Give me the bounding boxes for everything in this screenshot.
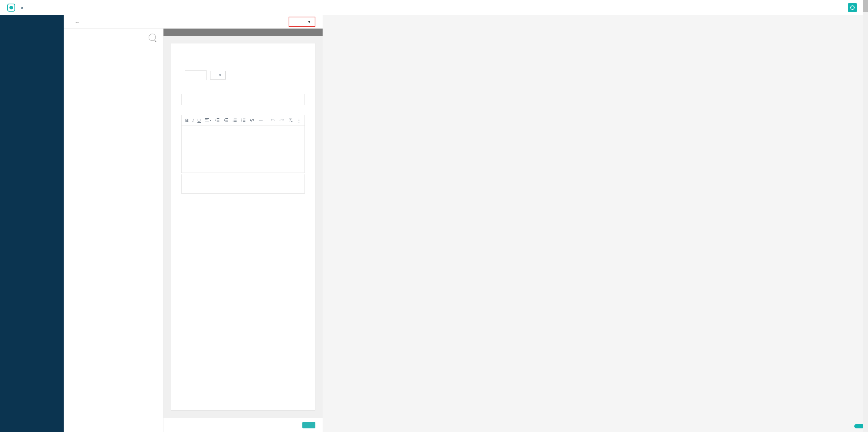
back-arrow-icon[interactable]: ← xyxy=(75,19,80,25)
divider xyxy=(181,87,305,87)
underline-icon[interactable]: U xyxy=(197,118,201,123)
bold-icon[interactable]: B xyxy=(185,118,188,123)
svg-point-0 xyxy=(233,119,234,119)
indent-decrease-icon[interactable] xyxy=(215,118,220,123)
redo-icon[interactable] xyxy=(279,118,284,123)
collapse-sidebar-icon[interactable]: ‹‹ xyxy=(21,4,22,10)
bullet-list-icon[interactable] xyxy=(232,118,237,123)
hr-icon[interactable] xyxy=(258,118,263,123)
topbar: ‹‹ xyxy=(0,0,868,15)
user-menu[interactable] xyxy=(848,3,861,12)
numbered-list-icon[interactable]: 123 xyxy=(241,118,246,123)
title-input[interactable] xyxy=(181,94,305,105)
undo-icon[interactable] xyxy=(271,118,276,123)
clear-format-icon[interactable] xyxy=(288,118,293,123)
align-icon[interactable]: ▾ xyxy=(204,118,211,123)
notification-list-panel xyxy=(64,29,163,432)
scrollbar-thumb[interactable] xyxy=(863,0,868,12)
browser-scrollbar[interactable] xyxy=(863,0,868,432)
org-selector[interactable]: ▼ xyxy=(289,17,315,27)
notification-detail-panel: ▼ B I U ▾ xyxy=(163,29,323,432)
indent-increase-icon[interactable] xyxy=(224,118,229,123)
italic-icon[interactable]: I xyxy=(192,117,193,123)
user-avatar-icon xyxy=(848,3,857,12)
more-icon[interactable]: ⋮ xyxy=(297,118,301,123)
chevron-down-icon: ▼ xyxy=(218,73,222,77)
sidebar xyxy=(0,15,64,432)
link-icon[interactable] xyxy=(250,118,255,123)
search-icon[interactable] xyxy=(149,34,156,41)
breadcrumb-row: ← ▼ xyxy=(64,15,323,29)
message-body[interactable] xyxy=(182,126,305,173)
brand-logo-icon xyxy=(7,4,15,12)
detail-footer xyxy=(163,418,323,432)
svg-point-2 xyxy=(233,121,234,122)
sent-unit-select[interactable]: ▼ xyxy=(210,71,226,80)
message-editor: B I U ▾ 123 xyxy=(181,115,305,173)
chevron-down-icon: ▼ xyxy=(307,20,311,24)
editor-toolbar: B I U ▾ 123 xyxy=(182,115,305,126)
save-notification-button[interactable] xyxy=(302,422,315,428)
svg-point-1 xyxy=(233,120,234,120)
svg-text:3: 3 xyxy=(241,120,242,122)
sent-value-input[interactable] xyxy=(185,70,207,80)
detail-header xyxy=(163,29,323,36)
